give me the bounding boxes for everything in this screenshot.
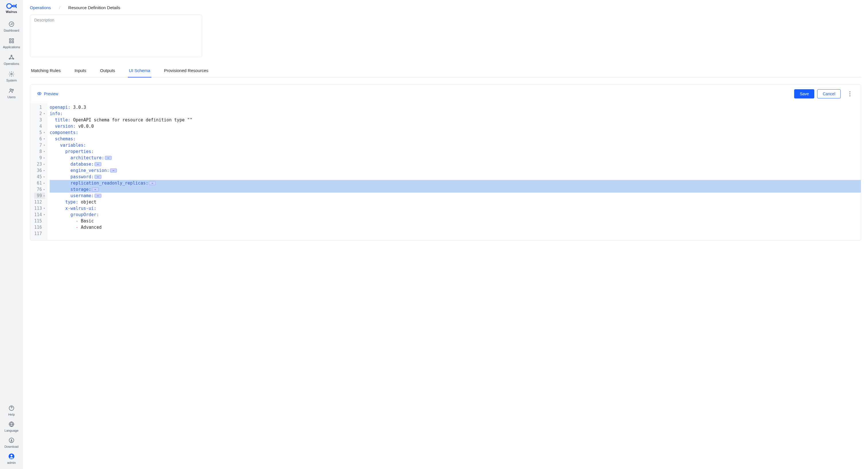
users-icon	[8, 87, 15, 94]
editor-code[interactable]: openapi: 3.0.3info: title: OpenAPI schem…	[48, 103, 861, 240]
code-line: type: object	[50, 199, 861, 205]
code-line: storage:	[50, 186, 861, 193]
fold-badge[interactable]	[110, 168, 117, 172]
breadcrumb-operations[interactable]: Operations	[30, 5, 51, 10]
yaml-editor[interactable]: 12▾345▾6▾7▾8▾9▸23▸36▸45▸61▸76▸99▸112113▾…	[30, 103, 861, 240]
fold-badge[interactable]	[149, 181, 156, 185]
breadcrumb-sep: /	[59, 5, 60, 10]
operations-icon	[8, 54, 15, 61]
nav-system[interactable]: System	[6, 71, 17, 82]
breadcrumb: Operations / Resource Definition Details	[30, 3, 861, 14]
nav-operations[interactable]: Operations	[4, 54, 19, 65]
nav-download[interactable]: Download	[5, 437, 19, 448]
breadcrumb-current: Resource Definition Details	[68, 5, 120, 10]
code-line: properties:	[50, 148, 861, 155]
ui-schema-panel: Preview Save Cancel 12▾345▾6▾7▾8▾9▸23▸36…	[30, 85, 861, 240]
tabs: Matching RulesInputsOutputsUI SchemaProv…	[30, 65, 861, 77]
code-line: title: OpenAPI schema for resource defin…	[50, 117, 861, 123]
svg-rect-5	[9, 41, 11, 43]
user-icon	[8, 453, 15, 460]
fold-badge[interactable]	[92, 188, 99, 192]
svg-point-12	[12, 89, 13, 91]
description-placeholder: Description	[34, 18, 54, 22]
code-line: - Advanced	[50, 224, 861, 231]
brand-logo: Walrus	[3, 2, 20, 14]
main-content: Operations / Resource Definition Details…	[23, 0, 868, 469]
nav-applications[interactable]: Applications	[3, 37, 20, 49]
preview-button[interactable]: Preview	[37, 91, 58, 97]
svg-rect-3	[9, 39, 11, 40]
svg-rect-6	[12, 41, 14, 43]
code-line: architecture:	[50, 155, 861, 161]
code-line: password:	[50, 174, 861, 180]
svg-point-9	[13, 58, 14, 59]
code-line: replication_readonly_replicas:	[50, 180, 861, 186]
fold-badge[interactable]	[94, 194, 101, 198]
tab-provisioned-resources[interactable]: Provisioned Resources	[163, 65, 209, 77]
globe-icon	[8, 421, 15, 428]
nav-dashboard[interactable]: Dashboard	[4, 21, 19, 32]
svg-point-17	[11, 455, 12, 456]
panel-toolbar: Preview Save Cancel	[30, 85, 861, 103]
code-line: variables:	[50, 142, 861, 148]
code-line: x-walrus-ui:	[50, 205, 861, 211]
tab-matching-rules[interactable]: Matching Rules	[30, 65, 62, 77]
nav-language[interactable]: Language	[5, 421, 19, 432]
fold-badge[interactable]	[94, 175, 101, 179]
code-line: schemas:	[50, 136, 861, 142]
description-textarea[interactable]: Description	[30, 14, 202, 57]
svg-point-20	[849, 93, 850, 94]
code-line: components:	[50, 129, 861, 136]
svg-point-18	[39, 93, 40, 94]
svg-point-7	[11, 55, 12, 56]
code-line: engine_version:	[50, 167, 861, 174]
save-button[interactable]: Save	[794, 89, 814, 98]
fold-badge[interactable]	[105, 156, 112, 160]
tab-ui-schema[interactable]: UI Schema	[128, 65, 151, 77]
fold-badge[interactable]	[94, 162, 101, 166]
svg-point-1	[9, 5, 10, 6]
code-line: info:	[50, 110, 861, 117]
more-menu-button[interactable]	[846, 91, 854, 96]
svg-point-21	[849, 95, 850, 96]
svg-rect-4	[12, 39, 14, 40]
help-icon	[8, 405, 15, 411]
svg-point-8	[9, 58, 10, 59]
tab-outputs[interactable]: Outputs	[99, 65, 116, 77]
svg-point-0	[8, 5, 9, 6]
sidebar: Walrus Dashboard Applications Operations…	[0, 0, 23, 469]
code-line: database:	[50, 161, 861, 167]
download-icon	[8, 437, 15, 444]
tab-inputs[interactable]: Inputs	[73, 65, 87, 77]
eye-icon	[37, 91, 42, 97]
svg-point-10	[11, 73, 12, 75]
code-line: openapi: 3.0.3	[50, 104, 861, 110]
code-line	[50, 231, 861, 237]
svg-point-11	[10, 89, 11, 91]
gear-icon	[8, 71, 15, 77]
apps-icon	[8, 37, 15, 44]
code-line: groupOrder:	[50, 211, 861, 218]
nav-profile[interactable]: admin	[7, 453, 16, 464]
code-line: version: v0.0.0	[50, 123, 861, 129]
dashboard-icon	[8, 21, 15, 28]
code-line: - Basic	[50, 218, 861, 224]
svg-point-19	[849, 91, 850, 92]
cancel-button[interactable]: Cancel	[817, 89, 841, 98]
nav-help[interactable]: Help	[8, 405, 15, 416]
preview-label: Preview	[44, 92, 58, 96]
nav-users[interactable]: Users	[7, 87, 16, 99]
code-line: username:	[50, 193, 861, 199]
editor-gutter: 12▾345▾6▾7▾8▾9▸23▸36▸45▸61▸76▸99▸112113▾…	[30, 103, 48, 240]
